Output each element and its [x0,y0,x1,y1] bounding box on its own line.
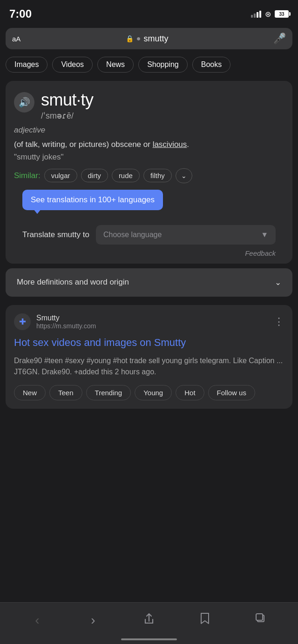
similar-row: Similar: vulgar dirty rude filthy ⌄ [14,168,284,183]
translate-label: Translate smutty to [22,230,89,239]
search-input-area[interactable]: 🔒 ● smutty [24,34,270,44]
filter-shopping[interactable]: Shopping [138,57,188,73]
back-icon: ‹ [35,613,39,628]
result-favicon: ✚ [14,313,31,330]
tag-trending[interactable]: Trending [86,385,131,400]
filter-books[interactable]: Books [192,57,230,73]
speaker-icon: 🔊 [19,97,30,108]
more-definitions-label: More definitions and word origin [17,278,129,287]
search-query: smutty [144,34,169,44]
result-site-url: https://m.smutty.com [36,322,96,330]
bookmark-icon [200,612,210,628]
dropdown-arrow: ▼ [261,231,268,239]
filter-videos[interactable]: Videos [52,57,93,73]
word-definition: (of talk, writing, or pictures) obscene … [14,139,284,151]
language-placeholder: Choose language [103,231,162,239]
tag-new[interactable]: New [14,385,46,400]
word-type: adjective [14,126,284,135]
forward-icon: › [91,613,95,628]
status-time: 7:00 [9,7,32,20]
similar-filthy[interactable]: filthy [143,169,172,182]
tooltip-container: See translations in 100+ languages [22,190,276,210]
text-size-toggle[interactable]: aA [12,35,20,43]
similar-vulgar[interactable]: vulgar [44,169,77,182]
tag-hot[interactable]: Hot [176,385,204,400]
word-header: 🔊 smut·ty /ˈsməɾē/ [14,90,284,121]
translate-row: Translate smutty to Choose language ▼ [14,218,284,245]
back-button[interactable]: ‹ [26,611,49,630]
signal-icon [251,11,261,18]
similar-label: Similar: [14,171,41,180]
tabs-icon [255,613,266,627]
tooltip-bubble[interactable]: See translations in 100+ languages [22,190,163,210]
mic-icon[interactable]: 🎤 [273,33,286,45]
similar-dirty[interactable]: dirty [81,169,108,182]
result-header: ✚ Smutty https://m.smutty.com ⋮ [14,313,284,330]
wifi-icon: ⊛ [265,10,271,19]
tag-teen[interactable]: Teen [49,385,82,400]
feedback-link[interactable]: Feedback [245,249,276,257]
home-indicator [121,638,177,640]
word-title: smut·ty [41,90,94,110]
result-tags: New Teen Trending Young Hot Follow us [14,385,284,400]
word-info: smut·ty /ˈsməɾē/ [41,90,94,121]
filter-images[interactable]: Images [6,57,47,73]
word-example: "smutty jokes" [14,153,284,162]
similar-rude[interactable]: rude [112,169,140,182]
more-definitions-chevron: ⌄ [275,278,281,287]
bottom-nav: ‹ › [0,602,298,644]
bookmark-button[interactable] [193,611,217,630]
tag-follow-us[interactable]: Follow us [208,385,255,400]
filter-row: Images Videos News Shopping Books [0,54,298,77]
share-button[interactable] [137,611,161,630]
share-icon [143,613,155,628]
result-snippet: Drake90 #teen #sexy #young #hot trade se… [14,355,284,378]
result-site-details: Smutty https://m.smutty.com [36,314,96,330]
lock-icon: 🔒 [126,35,134,42]
feedback-row: Feedback [14,245,284,264]
speaker-button[interactable]: 🔊 [14,92,34,113]
status-icons: ⊛ 33 [251,10,289,19]
search-bar[interactable]: aA 🔒 ● smutty 🎤 [6,28,292,49]
definition-card: 🔊 smut·ty /ˈsməɾē/ adjective (of talk, w… [6,81,292,264]
tag-young[interactable]: Young [135,385,172,400]
result-site-info: ✚ Smutty https://m.smutty.com [14,313,96,330]
result-more-button[interactable]: ⋮ [274,316,284,328]
tabs-button[interactable] [249,611,272,630]
result-site-name: Smutty [36,314,96,322]
language-select[interactable]: Choose language ▼ [96,225,276,245]
forward-button[interactable]: › [81,611,105,630]
result-title[interactable]: Hot sex videos and images on Smutty [14,336,284,350]
status-bar: 7:00 ⊛ 33 [0,0,298,26]
filter-news[interactable]: News [97,57,134,73]
search-icon: ● [136,34,141,43]
battery-indicator: 33 [275,10,289,18]
result-card: ✚ Smutty https://m.smutty.com ⋮ Hot sex … [6,305,292,409]
text-size-label: aA [12,35,20,43]
similar-expand-button[interactable]: ⌄ [176,168,192,183]
svg-rect-1 [256,614,263,620]
word-phonetic: /ˈsməɾē/ [41,111,94,121]
more-definitions-button[interactable]: More definitions and word origin ⌄ [6,268,292,297]
